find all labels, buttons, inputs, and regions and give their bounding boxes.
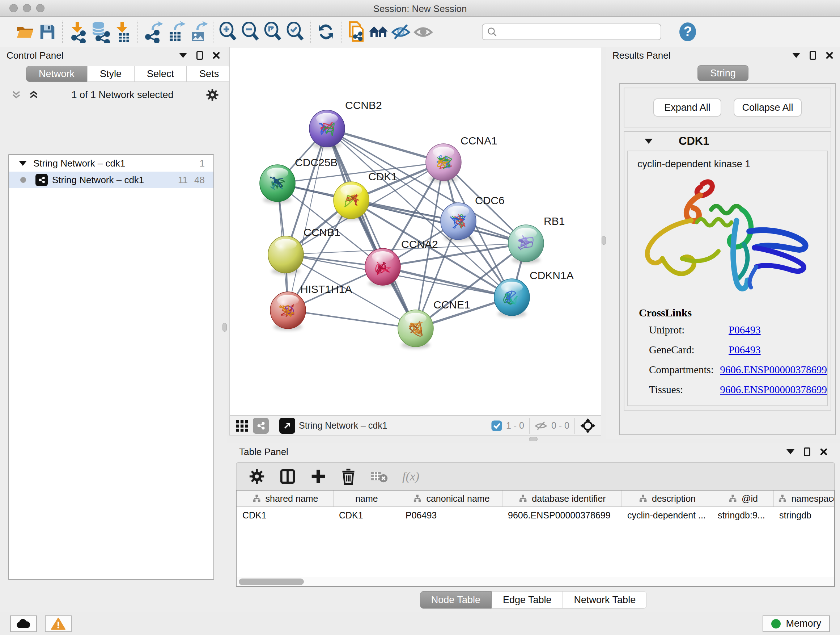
zoom-fit-button[interactable] bbox=[262, 19, 284, 44]
memory-button[interactable]: Memory bbox=[763, 616, 830, 632]
zoom-in-button[interactable] bbox=[217, 19, 240, 44]
table-cell[interactable]: CDK1 bbox=[237, 507, 333, 524]
collapse-all-button[interactable]: Collapse All bbox=[734, 98, 802, 117]
table-cell[interactable]: cyclin-dependent ... bbox=[622, 507, 712, 524]
tab-edge-table[interactable]: Edge Table bbox=[492, 591, 563, 608]
export-network-button[interactable] bbox=[142, 19, 164, 44]
tab-style[interactable]: Style bbox=[87, 66, 134, 82]
control-panel-menu-button[interactable] bbox=[179, 53, 187, 58]
refresh-button[interactable] bbox=[315, 19, 337, 44]
import-network-database-button[interactable] bbox=[89, 19, 111, 44]
detach-view-button[interactable] bbox=[279, 418, 295, 434]
table-horizontal-scrollbar[interactable] bbox=[237, 577, 834, 586]
export-image-button[interactable] bbox=[187, 19, 209, 44]
table-cell[interactable]: 9606.ENSP00000378699 bbox=[502, 507, 622, 524]
table-cell[interactable]: stringdb:9... bbox=[712, 507, 774, 524]
network-node-CDKN1A[interactable]: CDKN1A bbox=[494, 269, 574, 318]
bottom-splitter-handle[interactable] bbox=[529, 437, 538, 441]
table-settings-gear-icon[interactable] bbox=[249, 469, 265, 485]
tree-expander-icon[interactable] bbox=[19, 161, 27, 166]
tab-sets[interactable]: Sets bbox=[187, 66, 232, 82]
import-table-file-button[interactable] bbox=[111, 19, 134, 44]
import-network-file-button[interactable] bbox=[66, 19, 89, 44]
network-view-toolbar: String Network – cdk1 1 - 0 0 - 0 bbox=[229, 416, 601, 435]
tab-network[interactable]: Network bbox=[26, 66, 87, 82]
left-splitter-handle[interactable] bbox=[223, 323, 227, 332]
table-panel-menu-button[interactable] bbox=[786, 449, 794, 454]
table-row[interactable]: CDK1CDK1P064939606.ENSP00000378699cyclin… bbox=[237, 507, 834, 524]
network-node-CCNE1[interactable]: CCNE1 bbox=[398, 299, 470, 348]
network-collection-row[interactable]: String Network – cdk1 1 bbox=[9, 155, 213, 172]
tab-select[interactable]: Select bbox=[134, 66, 187, 82]
table-cell[interactable]: stringdb bbox=[774, 507, 835, 524]
expand-all-button[interactable]: Expand All bbox=[653, 98, 722, 117]
network-row[interactable]: String Network – cdk1 11 48 bbox=[9, 172, 213, 188]
crosslink-row: Tissues:9606.ENSP00000378699 bbox=[639, 384, 827, 396]
gene-collapse-icon[interactable] bbox=[645, 139, 653, 144]
network-edge-CCNA2-CDKN1A[interactable] bbox=[383, 267, 512, 297]
hide-selected-button[interactable] bbox=[390, 19, 412, 44]
add-column-plus-icon[interactable] bbox=[310, 469, 326, 485]
network-node-CCNA1[interactable]: CCNA1 bbox=[426, 135, 497, 182]
crosslink-link[interactable]: P06493 bbox=[729, 404, 761, 406]
selected-checkbox-icon[interactable] bbox=[491, 420, 502, 432]
search-input[interactable] bbox=[497, 27, 656, 37]
table-panel-float-button[interactable] bbox=[804, 448, 810, 456]
column-header-canonical-name[interactable]: canonical name bbox=[400, 491, 502, 507]
column-header-database-identifier[interactable]: database identifier bbox=[502, 491, 622, 507]
delete-table-icon[interactable] bbox=[370, 469, 388, 484]
crosslink-link[interactable]: P06493 bbox=[729, 324, 761, 336]
tab-node-table[interactable]: Node Table bbox=[420, 591, 492, 608]
network-node-RB1[interactable]: RB1 bbox=[508, 215, 565, 264]
tab-network-table[interactable]: Network Table bbox=[563, 591, 647, 608]
search-bar[interactable] bbox=[482, 24, 661, 40]
control-panel-close-button[interactable] bbox=[212, 51, 220, 59]
column-header-description[interactable]: description bbox=[622, 491, 712, 507]
save-session-button[interactable] bbox=[36, 19, 58, 44]
network-node-CCNB1[interactable]: CCNB1 bbox=[268, 226, 340, 275]
network-node-CDC6[interactable]: CDC6 bbox=[441, 195, 505, 241]
show-all-button[interactable] bbox=[412, 19, 435, 44]
expand-all-icon[interactable] bbox=[28, 89, 39, 100]
open-file-button[interactable] bbox=[14, 19, 36, 44]
control-panel-float-button[interactable] bbox=[196, 51, 203, 60]
results-panel-close-button[interactable] bbox=[826, 51, 834, 59]
help-button[interactable]: ? bbox=[676, 19, 699, 44]
clone-network-button[interactable] bbox=[345, 19, 368, 44]
network-edge-CCNB2-CCNE1[interactable] bbox=[327, 128, 416, 328]
column-header-shared-name[interactable]: shared name bbox=[237, 491, 333, 507]
table-cell[interactable]: P06493 bbox=[400, 507, 502, 524]
zoom-selected-button[interactable] bbox=[284, 19, 307, 44]
warning-status-button[interactable] bbox=[45, 616, 72, 632]
column-header-namespace[interactable]: namespace bbox=[774, 491, 835, 507]
right-splitter-handle[interactable] bbox=[602, 236, 606, 245]
network-node-HIST1H1A[interactable]: HIST1H1A bbox=[270, 283, 352, 331]
gear-icon[interactable] bbox=[206, 88, 219, 101]
show-columns-icon[interactable] bbox=[279, 468, 296, 485]
zoom-out-button[interactable] bbox=[240, 19, 262, 44]
column-header-name[interactable]: name bbox=[333, 491, 400, 507]
crosslink-link[interactable]: 9606.ENSP00000378699 bbox=[720, 364, 827, 375]
grid-mode-icon[interactable] bbox=[235, 418, 249, 433]
results-panel-menu-button[interactable] bbox=[792, 53, 800, 58]
delete-column-trash-icon[interactable] bbox=[341, 468, 356, 485]
function-builder-icon[interactable]: f(x) bbox=[402, 470, 419, 483]
table-cell[interactable]: CDK1 bbox=[333, 507, 400, 524]
network-canvas[interactable]: CCNB2CCNA1CDC25BCDK1CDC6RB1CCNB1CCNA2CDK… bbox=[229, 47, 601, 416]
network-edge-CCNB2-CCNA1[interactable] bbox=[327, 128, 444, 162]
tab-string[interactable]: String bbox=[698, 65, 748, 81]
network-node-CDC25B[interactable]: CDC25B bbox=[260, 157, 338, 203]
column-header--id[interactable]: @id bbox=[712, 491, 774, 507]
crosslink-link[interactable]: P06493 bbox=[729, 344, 761, 356]
first-neighbors-button[interactable] bbox=[368, 19, 390, 44]
fit-content-crosshair-icon[interactable] bbox=[580, 418, 596, 434]
export-table-button[interactable] bbox=[164, 19, 187, 44]
collapse-all-icon[interactable] bbox=[11, 89, 22, 100]
network-view-icon[interactable] bbox=[253, 418, 269, 434]
network-edge-HIST1H1A-CCNE1[interactable] bbox=[288, 310, 416, 328]
table-panel-close-button[interactable] bbox=[820, 448, 828, 456]
cloud-status-button[interactable] bbox=[10, 616, 37, 632]
results-panel-float-button[interactable] bbox=[810, 51, 816, 60]
crosslink-link[interactable]: 9606.ENSP00000378699 bbox=[720, 384, 827, 395]
scrollbar-thumb[interactable] bbox=[239, 578, 304, 585]
